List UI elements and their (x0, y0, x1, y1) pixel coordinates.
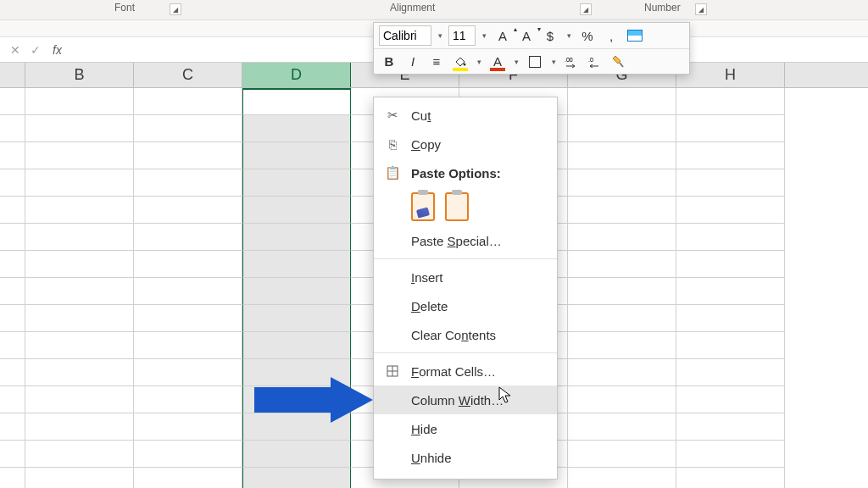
cell[interactable] (676, 115, 785, 142)
cell[interactable] (0, 305, 25, 332)
cell[interactable] (134, 115, 242, 142)
accounting-dropdown-icon[interactable]: ▾ (564, 31, 574, 40)
menu-insert[interactable]: Insert (374, 263, 557, 291)
font-color-button[interactable]: A (487, 52, 508, 72)
cell[interactable] (25, 413, 134, 441)
enter-button[interactable]: ✓ (25, 40, 46, 60)
cell[interactable] (242, 224, 351, 251)
cell[interactable] (0, 224, 25, 251)
cell[interactable] (0, 142, 25, 169)
cell[interactable] (676, 88, 785, 115)
increase-decimal-button[interactable]: .00 (562, 52, 582, 72)
fx-button[interactable]: fx (53, 43, 62, 57)
alignment-dialog-launcher[interactable]: ◢ (580, 3, 592, 15)
font-dialog-launcher[interactable]: ◢ (170, 3, 181, 15)
cell[interactable] (676, 197, 785, 224)
decrease-font-button[interactable]: A▾ (516, 25, 537, 46)
menu-unhide[interactable]: Unhide (374, 443, 557, 472)
increase-font-button[interactable]: A▴ (492, 25, 513, 46)
cell[interactable] (134, 197, 242, 224)
cell[interactable] (134, 332, 242, 359)
cell[interactable] (134, 413, 242, 441)
cell[interactable] (568, 441, 676, 468)
cell[interactable] (25, 468, 134, 488)
cell[interactable] (676, 142, 785, 169)
cell[interactable] (676, 305, 785, 332)
cell[interactable] (676, 413, 785, 441)
cell-styles-button[interactable] (625, 25, 645, 46)
cell[interactable] (242, 251, 351, 278)
fill-color-button[interactable] (450, 52, 470, 72)
cell[interactable] (676, 224, 785, 251)
cell[interactable] (568, 359, 676, 386)
comma-format-button[interactable]: , (601, 25, 621, 46)
borders-dropdown-icon[interactable]: ▾ (548, 58, 559, 66)
menu-cut[interactable]: ✂ Cut (374, 101, 557, 130)
cell[interactable] (0, 468, 25, 488)
cell[interactable] (0, 197, 25, 224)
cell[interactable] (568, 305, 676, 332)
format-painter-button[interactable] (609, 52, 630, 72)
cell[interactable] (568, 386, 676, 413)
cell[interactable] (676, 278, 785, 305)
cancel-button[interactable]: ✕ (5, 40, 25, 60)
percent-format-button[interactable]: % (577, 25, 598, 46)
cell[interactable] (134, 468, 242, 488)
cell[interactable] (25, 441, 134, 468)
cell[interactable] (568, 468, 676, 488)
cell[interactable] (676, 332, 785, 359)
cell[interactable] (0, 386, 25, 413)
cell[interactable] (134, 305, 242, 332)
col-hdr-h[interactable]: H (676, 63, 785, 87)
cell[interactable] (676, 359, 785, 386)
cell[interactable] (242, 278, 351, 305)
cell[interactable] (134, 251, 242, 278)
cell[interactable] (676, 251, 785, 278)
cell[interactable] (676, 386, 785, 413)
cell[interactable] (25, 142, 134, 169)
cell[interactable] (134, 441, 242, 468)
number-dialog-launcher[interactable]: ◢ (695, 3, 707, 15)
cell[interactable] (25, 197, 134, 224)
cell[interactable] (25, 169, 134, 197)
font-size-dropdown-icon[interactable]: ▾ (479, 31, 489, 40)
menu-paste-special[interactable]: Paste Special… (374, 226, 557, 255)
cell[interactable] (25, 386, 134, 413)
cell[interactable] (134, 169, 242, 197)
cell[interactable] (568, 251, 676, 278)
cell[interactable] (0, 278, 25, 305)
menu-column-width[interactable]: Column Width… (374, 385, 557, 414)
font-name-select[interactable]: Calibri (379, 25, 431, 46)
font-name-dropdown-icon[interactable]: ▾ (435, 31, 445, 40)
borders-button[interactable] (525, 52, 545, 72)
cell[interactable] (0, 251, 25, 278)
col-hdr-b[interactable]: B (25, 63, 134, 87)
cell[interactable] (25, 332, 134, 359)
cell[interactable] (25, 224, 134, 251)
decrease-decimal-button[interactable]: .0 (586, 52, 606, 72)
menu-format-cells[interactable]: Format Cells… (374, 357, 557, 385)
cell[interactable] (568, 169, 676, 197)
cell[interactable] (676, 468, 785, 488)
accounting-format-button[interactable]: $ (540, 25, 560, 46)
cell[interactable] (242, 115, 351, 142)
cell[interactable] (25, 88, 134, 115)
cell[interactable] (0, 115, 25, 142)
cell[interactable] (242, 305, 351, 332)
cell[interactable] (242, 197, 351, 224)
cell[interactable] (676, 441, 785, 468)
cell[interactable] (134, 142, 242, 169)
cell[interactable] (25, 251, 134, 278)
col-hdr-d[interactable]: D (242, 63, 351, 87)
cell[interactable] (242, 468, 351, 488)
cell[interactable] (25, 305, 134, 332)
cell[interactable] (568, 332, 676, 359)
cell[interactable] (0, 413, 25, 441)
menu-clear-contents[interactable]: Clear Contents (374, 320, 557, 349)
bold-button[interactable]: B (379, 52, 399, 72)
cell[interactable] (568, 413, 676, 441)
cell[interactable] (25, 278, 134, 305)
align-button[interactable]: ≡ (426, 52, 447, 72)
cell[interactable] (242, 88, 351, 115)
menu-delete[interactable]: Delete (374, 291, 557, 320)
